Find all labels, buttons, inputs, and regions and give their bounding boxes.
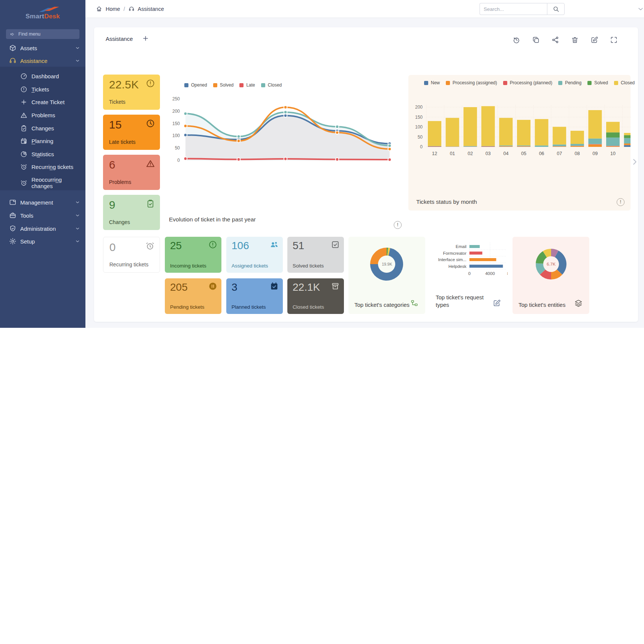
status-card-planned-tickets[interactable]: 3Planned tickets bbox=[226, 278, 283, 314]
sidebar-item-tickets[interactable]: Tickets bbox=[0, 84, 85, 95]
status-card-label: Assigned tickets bbox=[232, 263, 268, 269]
evolution-line-chart: OpenedSolvedLateClosed 250200150100500 bbox=[165, 73, 408, 186]
sidebar-item-changes[interactable]: Changes bbox=[0, 123, 85, 134]
stat-card-recurring-tickets[interactable]: 0Recurring tickets bbox=[103, 237, 160, 273]
pie-icon bbox=[20, 151, 27, 158]
legend-swatch bbox=[184, 83, 188, 87]
alert-circle-icon bbox=[20, 86, 27, 93]
sidebar-item-label: Recurring tickets bbox=[31, 164, 73, 170]
duplicate-icon[interactable] bbox=[532, 36, 540, 44]
plus-icon bbox=[20, 99, 27, 106]
stat-card-label: Tickets bbox=[109, 99, 126, 105]
calendar-check-icon bbox=[270, 282, 279, 291]
status-card-label: Solved tickets bbox=[293, 263, 324, 269]
line-chart-legend: OpenedSolvedLateClosed bbox=[184, 82, 282, 88]
search-input[interactable] bbox=[480, 3, 547, 15]
top-request-types-card[interactable]: 04000800EmailFormcreatorInterface sim...… bbox=[430, 237, 508, 314]
entities-donut-total: 6.7K bbox=[547, 262, 556, 266]
sidebar-item-setup[interactable]: Setup bbox=[0, 235, 85, 247]
legend-label: Opened bbox=[191, 82, 207, 88]
legend-label: Pending bbox=[565, 80, 581, 85]
top-header: Home / Assistance bbox=[85, 0, 644, 18]
sidebar-item-recurring-tickets[interactable]: Recurring tickets bbox=[0, 161, 85, 172]
sidebar-item-assistance[interactable]: Assistance bbox=[0, 55, 85, 67]
search-button[interactable] bbox=[547, 3, 565, 15]
fullscreen-icon[interactable] bbox=[610, 36, 618, 44]
share-icon[interactable] bbox=[551, 36, 559, 44]
svg-text:200: 200 bbox=[415, 105, 423, 110]
line-chart-canvas: 250200150100500 bbox=[165, 73, 408, 186]
sidebar-item-statistics[interactable]: Statistics bbox=[0, 148, 85, 160]
svg-text:06: 06 bbox=[539, 151, 544, 156]
sidebar-item-administration[interactable]: Administration bbox=[0, 223, 85, 235]
legend-swatch bbox=[424, 81, 428, 85]
svg-text:Helpdesk: Helpdesk bbox=[448, 264, 466, 269]
logo-swoosh-icon bbox=[39, 7, 61, 12]
box-icon bbox=[9, 44, 16, 52]
legend-swatch bbox=[213, 83, 217, 87]
add-dashboard-button[interactable] bbox=[142, 35, 149, 42]
sidebar-item-problems[interactable]: Problems bbox=[0, 109, 85, 121]
svg-text:0: 0 bbox=[468, 271, 471, 276]
top-request-types-title: Top ticket's request types bbox=[436, 294, 496, 309]
svg-text:Formcreator: Formcreator bbox=[443, 251, 466, 256]
edit-icon[interactable] bbox=[590, 36, 598, 44]
line-chart-legend-item: Opened bbox=[184, 82, 207, 88]
svg-text:02: 02 bbox=[468, 151, 473, 156]
svg-text:200: 200 bbox=[172, 109, 180, 114]
carousel-next-button[interactable] bbox=[631, 158, 639, 166]
info-icon[interactable]: ! bbox=[394, 221, 402, 229]
legend-swatch bbox=[558, 81, 562, 85]
stat-card-tickets[interactable]: 22.5KTickets bbox=[103, 75, 160, 110]
sidebar-item-management[interactable]: Management bbox=[0, 196, 85, 208]
chevron-down-icon[interactable] bbox=[637, 5, 644, 13]
global-search bbox=[480, 3, 565, 15]
sidebar-item-create-ticket[interactable]: Create Ticket bbox=[0, 96, 85, 108]
sidebar-item-tools[interactable]: Tools bbox=[0, 209, 85, 221]
warning-icon bbox=[20, 112, 27, 119]
status-card-solved-tickets[interactable]: 51Solved tickets bbox=[287, 237, 344, 273]
info-icon[interactable]: ! bbox=[617, 198, 625, 206]
legend-swatch bbox=[614, 81, 618, 85]
sidebar-item-label: Dashboard bbox=[31, 73, 59, 79]
status-card-incoming-tickets[interactable]: 25Incoming tickets bbox=[165, 237, 221, 273]
stat-card-label: Problems bbox=[109, 179, 131, 185]
top-entities-card[interactable]: 6.7K Top ticket's entities bbox=[513, 237, 589, 314]
sidebar-item-assets[interactable]: Assets bbox=[0, 42, 85, 54]
wallet-icon bbox=[9, 199, 16, 206]
status-card-label: Planned tickets bbox=[232, 304, 266, 310]
shield-icon bbox=[9, 225, 16, 232]
svg-text:Email: Email bbox=[456, 244, 466, 249]
svg-text:100: 100 bbox=[415, 124, 423, 130]
tab-assistance[interactable]: Assistance bbox=[106, 36, 133, 42]
stat-card-changes[interactable]: 9Changes bbox=[103, 195, 160, 230]
sidebar-item-reoccurring-changes[interactable]: Reoccurring changes bbox=[0, 175, 85, 191]
users-icon bbox=[270, 240, 279, 249]
sidebar-item-label: Tools bbox=[20, 212, 33, 219]
sidebar-item-label: Create Ticket bbox=[31, 99, 64, 105]
breadcrumb-current[interactable]: Assistance bbox=[138, 6, 164, 12]
top-categories-card[interactable]: 19.9K Top ticket's categories bbox=[348, 237, 425, 314]
dashboard-toolbar bbox=[513, 36, 618, 44]
app-logo[interactable]: SmartDesk bbox=[0, 6, 85, 23]
svg-text:05: 05 bbox=[521, 151, 526, 156]
stat-card-late-tickets[interactable]: 15Late tickets bbox=[103, 115, 160, 150]
clock-icon bbox=[146, 119, 155, 128]
legend-label: Late bbox=[246, 82, 255, 88]
edit-icon bbox=[493, 299, 501, 307]
status-card-closed-tickets[interactable]: 22.1KClosed tickets bbox=[287, 278, 344, 314]
status-card-pending-tickets[interactable]: 205Pending tickets bbox=[165, 278, 221, 314]
svg-text:08: 08 bbox=[575, 151, 580, 156]
pause-circle-icon bbox=[208, 282, 217, 291]
status-card-assigned-tickets[interactable]: 106Assigned tickets bbox=[226, 237, 283, 273]
svg-text:150: 150 bbox=[172, 121, 180, 126]
chevron-down-icon bbox=[75, 213, 80, 218]
sidebar-item-planning[interactable]: Planning bbox=[0, 135, 85, 146]
stat-card-problems[interactable]: 6Problems bbox=[103, 155, 160, 190]
sidebar-item-dashboard[interactable]: Dashboard bbox=[0, 70, 85, 82]
find-menu-button[interactable]: Find menu bbox=[6, 29, 79, 39]
alert-circle-icon bbox=[146, 79, 155, 88]
trash-icon[interactable] bbox=[571, 36, 579, 44]
history-icon[interactable] bbox=[513, 36, 520, 44]
breadcrumb-home[interactable]: Home bbox=[106, 6, 120, 12]
